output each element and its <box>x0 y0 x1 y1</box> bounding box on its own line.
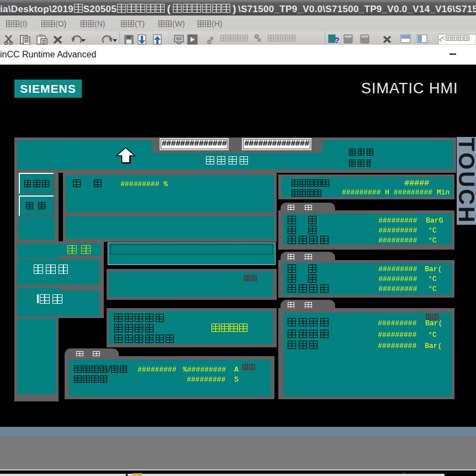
svg-text:?: ? <box>335 36 340 45</box>
